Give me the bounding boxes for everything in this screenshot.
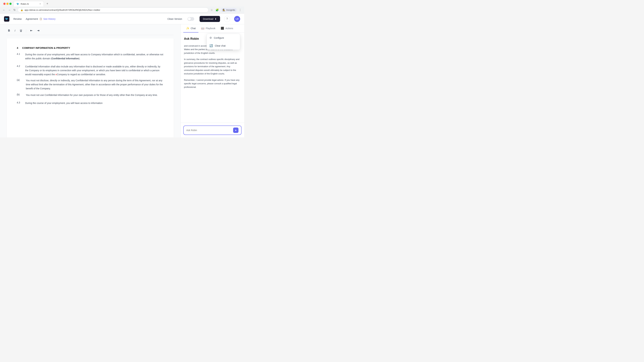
subsection-4-1-num: 4.1	[17, 53, 22, 61]
bookmark-btn[interactable]: ☆	[210, 8, 214, 12]
incognito-label: Incognito	[226, 9, 235, 11]
extensions-btn[interactable]: 🧩	[215, 8, 220, 12]
bold-btn[interactable]: B	[7, 28, 12, 33]
sub-items-4-2: (a) You must not disclose, directly or i…	[17, 79, 164, 97]
section-title-text: COMPANY INFORMATION & PROPERTY	[22, 46, 70, 49]
browser-tab-active[interactable]: 🐦 Robin AI ✕	[14, 1, 44, 6]
nav-review[interactable]: Review	[14, 17, 22, 20]
maximize-window-btn[interactable]	[10, 3, 12, 5]
actions-tab-icon: ⬛	[221, 27, 224, 30]
sub-item-b-label: (b)	[17, 93, 22, 97]
indent-increase-btn[interactable]: ⇥	[36, 28, 40, 33]
tab-favicon: 🐦	[16, 2, 19, 5]
minimize-window-btn[interactable]	[6, 3, 8, 5]
chat-message-2: In summary, the contract outlines specif…	[184, 57, 241, 75]
forward-btn[interactable]: →	[8, 8, 12, 12]
formatting-toolbar: B i U ⇤ ⇥	[7, 28, 174, 35]
section-4-title: 4 COMPANY INFORMATION & PROPERTY	[17, 46, 164, 49]
tab-title: Robin AI	[21, 3, 29, 5]
new-tab-btn[interactable]: +	[44, 1, 50, 6]
tab-bar: 🐦 Robin AI ✕ +	[0, 0, 244, 6]
breadcrumb: Agreement 📋 See History	[26, 17, 56, 20]
download-label: Download	[203, 17, 213, 20]
subsection-4-2-text: Confidential Information shall also incl…	[25, 65, 164, 77]
playbook-tab-label: Playbook	[206, 27, 216, 30]
download-button[interactable]: Download ⬇	[200, 16, 220, 22]
document-area: B i U ⇤ ⇥ 4 COMPANY INFORMATION & PROPER…	[0, 24, 180, 137]
main-layout: B i U ⇤ ⇥ 4 COMPANY INFORMATION & PROPER…	[0, 24, 244, 137]
subsection-4-3-num: 4.3	[17, 101, 22, 105]
chat-input-wrapper: ➤	[183, 125, 242, 135]
subsection-4-3-text: During the course of your employment, yo…	[25, 101, 102, 105]
configure-menu-item[interactable]: ⚙ Configure	[207, 34, 240, 42]
app-header: 🐦 Review Agreement 📋 See History Clean V…	[0, 13, 244, 24]
refresh-btn[interactable]: ↻	[13, 8, 16, 12]
chat-input-area: ➤	[180, 123, 244, 137]
sub-item-b: (b) You must not use Confidential Inform…	[17, 93, 164, 97]
browser-action-group: ☆ 🧩 🕵 Incognito ⋮	[210, 8, 242, 12]
dropdown-menu: ⚙ Configure 🔄 Clear chat	[206, 34, 240, 50]
chat-tab-label: Chat	[191, 27, 196, 30]
send-icon: ➤	[235, 129, 237, 132]
incognito-icon: 🕵	[222, 9, 225, 11]
tab-actions[interactable]: ⬛ Actions	[218, 24, 236, 32]
tab-chat[interactable]: ✨ Chat	[183, 24, 198, 32]
right-panel: ✨ Chat 📖 Playbook ⬛ Actions Ask Robin ⋮ …	[180, 24, 244, 137]
help-button[interactable]: ?	[224, 16, 230, 22]
address-bar: ← → ↻ 🔒 app.robinai.co.uk/review/contrac…	[0, 6, 244, 13]
avatar[interactable]: LD	[234, 16, 240, 22]
panel-tabs: ✨ Chat 📖 Playbook ⬛ Actions	[180, 24, 244, 33]
subsection-4-1: 4.1 During the course of your employment…	[17, 53, 164, 61]
clear-chat-label: Clear chat	[215, 44, 226, 47]
tab-playbook[interactable]: 📖 Playbook	[198, 24, 218, 32]
subsection-4-1-text: During the course of your employment, yo…	[25, 53, 164, 61]
subsection-4-3-header: 4.3 During the course of your employment…	[17, 101, 164, 105]
chat-tab-icon: ✨	[186, 27, 189, 30]
clear-chat-menu-item[interactable]: 🔄 Clear chat	[207, 42, 240, 50]
browser-menu-btn[interactable]: ⋮	[238, 8, 242, 12]
clear-chat-icon: 🔄	[210, 44, 213, 47]
chat-message-3: Remember, I cannot provide legal advice.…	[184, 78, 241, 89]
download-icon: ⬇	[215, 17, 217, 20]
toggle-knob	[188, 17, 191, 20]
logo: 🐦	[4, 16, 10, 22]
subsection-4-2: 4.2 Confidential Information shall also …	[17, 65, 164, 97]
chat-title: Ask Robin	[184, 37, 199, 40]
subsection-4-3: 4.3 During the course of your employment…	[17, 101, 164, 105]
sub-item-b-text: You must not use Confidential Informatio…	[26, 93, 158, 97]
tab-close-btn[interactable]: ✕	[40, 3, 41, 5]
configure-icon: ⚙	[210, 36, 212, 39]
section-num: 4	[17, 46, 18, 49]
subsection-4-2-header: 4.2 Confidential Information shall also …	[17, 65, 164, 77]
sub-item-a-text: You must not disclose, directly or indir…	[26, 79, 164, 90]
sub-item-a-label: (a)	[17, 79, 22, 90]
breadcrumb-doc-title[interactable]: Agreement	[26, 17, 38, 20]
italic-btn[interactable]: i	[14, 28, 17, 33]
document-content: 4 COMPANY INFORMATION & PROPERTY 4.1 Dur…	[7, 38, 174, 137]
chat-send-btn[interactable]: ➤	[233, 128, 238, 133]
see-history-link[interactable]: See History	[44, 17, 56, 20]
subsection-4-1-header: 4.1 During the course of your employment…	[17, 53, 164, 61]
url-text: app.robinai.co.uk/review/contract/Q29udH…	[24, 9, 206, 11]
clean-version-toggle[interactable]	[188, 17, 194, 21]
toolbar-separator	[26, 29, 26, 32]
help-icon: ?	[226, 17, 228, 20]
actions-tab-label: Actions	[226, 27, 233, 30]
indent-decrease-btn[interactable]: ⇤	[29, 28, 34, 33]
configure-label: Configure	[214, 36, 224, 39]
close-window-btn[interactable]	[3, 3, 6, 5]
incognito-badge: 🕵 Incognito	[221, 8, 237, 12]
chat-input[interactable]	[186, 129, 232, 132]
sub-item-a: (a) You must not disclose, directly or i…	[17, 79, 164, 90]
logo-icon: 🐦	[4, 16, 10, 22]
back-btn[interactable]: ←	[2, 8, 6, 12]
underline-btn[interactable]: U	[18, 28, 23, 33]
clean-version-label: Clean Version	[168, 17, 182, 20]
doc-icon: 📋	[40, 17, 42, 20]
subsection-4-2-num: 4.2	[17, 65, 22, 77]
url-input[interactable]: 🔒 app.robinai.co.uk/review/contract/Q29u…	[18, 7, 208, 12]
playbook-tab-icon: 📖	[201, 27, 204, 30]
browser-chrome: 🐦 Robin AI ✕ + ← → ↻ 🔒 app.robinai.co.uk…	[0, 0, 244, 13]
